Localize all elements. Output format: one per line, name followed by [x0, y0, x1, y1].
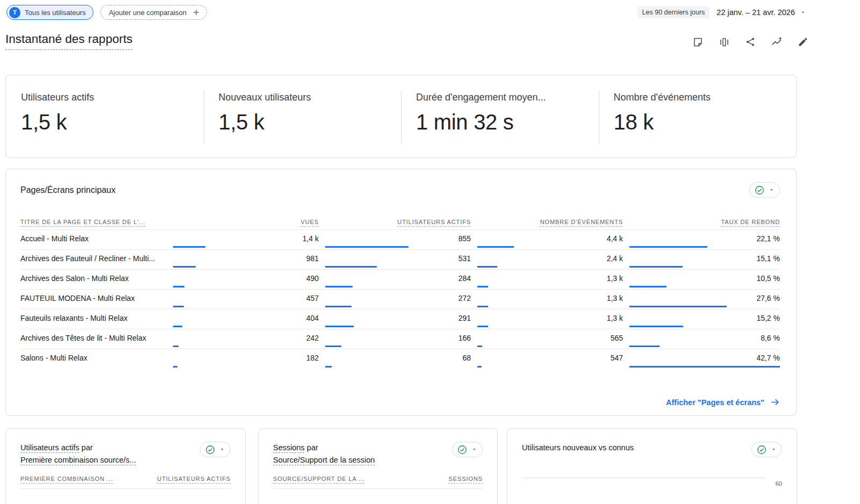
scorecard-label: Nombre d'événements [614, 92, 791, 103]
cell-value: 4,4 k [607, 234, 623, 243]
cell-bar [173, 306, 184, 307]
vues-cell: 1,4 k [167, 230, 319, 249]
tr-cell: 15,1 % [623, 250, 780, 269]
cell-value: 565 [611, 334, 623, 342]
page-notes-icon[interactable] [691, 35, 704, 48]
mini-table-header: SOURCE/SUPPORT DE LA ... SESSIONS [273, 476, 483, 489]
cell-bar [629, 266, 683, 268]
ev-cell: 1,3 k [471, 309, 623, 329]
cell-bar [477, 266, 497, 268]
cell-bar [477, 366, 482, 368]
data-quality-menu[interactable] [749, 182, 780, 198]
mini-table-header: PREMIÈRE COMBINAISON ... UTILISATEURS AC… [20, 476, 231, 489]
active-users-by-source-card: Utilisateurs actifs par Première combina… [5, 428, 246, 504]
card-title-block: Utilisateurs actifs par Première combina… [20, 442, 136, 466]
cell-value: 1,3 k [607, 314, 623, 322]
cell-value: 531 [458, 254, 471, 263]
card-header: Utilisateurs nouveaux vs connus [522, 442, 782, 457]
topbar: T Tous les utilisateurs Ajouter une comp… [0, 0, 860, 21]
check-circle-icon [756, 444, 767, 455]
cell-value: 166 [458, 334, 471, 342]
comparisons-icon[interactable] [718, 35, 730, 48]
ua-cell: 531 [319, 250, 471, 269]
cell-bar [173, 345, 178, 347]
cell-value: 27,6 % [756, 294, 780, 303]
scorecard-avg-engagement-time: Durée d'engagement moyen... 1 min 32 s [401, 75, 599, 157]
view-pages-screens-label: Afficher "Pages et écrans" [666, 398, 764, 407]
cell-bar [325, 345, 341, 347]
cell-bar [325, 326, 354, 327]
column-header-first-user-source[interactable]: PREMIÈRE COMBINAISON ... [20, 476, 113, 482]
segment-avatar: T [9, 7, 20, 18]
cell-value: 22,1 % [756, 234, 780, 243]
ev-cell: 2,4 k [471, 250, 623, 269]
cell-bar [173, 246, 205, 248]
y-axis-label: 60 [776, 480, 782, 487]
data-quality-menu[interactable] [452, 442, 483, 457]
card-title-line1: Utilisateurs actifs par [20, 442, 136, 454]
card-header: Utilisateurs actifs par Première combina… [20, 442, 231, 466]
scorecard-active-users: Utilisateurs actifs 1,5 k [6, 75, 204, 157]
cell-bar [477, 345, 482, 347]
cell-value: 2,4 k [607, 254, 623, 263]
cell-value: 1,4 k [303, 234, 319, 243]
tr-cell: 8,6 % [623, 329, 780, 349]
vues-cell: 404 [167, 309, 319, 329]
cell-value: 272 [458, 294, 471, 303]
chevron-down-icon [769, 187, 775, 193]
card-title: Utilisateurs nouveaux vs connus [522, 442, 634, 454]
edit-report-icon[interactable] [797, 35, 809, 48]
column-header-active-users[interactable]: UTILISATEURS ACTIFS [319, 219, 471, 225]
table-row: Archives des Têtes de lit - Multi Relax2… [20, 329, 780, 349]
report-toolbar [691, 35, 809, 48]
column-header-event-count[interactable]: NOMBRE D'ÉVÉNEMENTS [471, 219, 623, 225]
cell-value: 547 [611, 354, 623, 362]
view-pages-screens-link[interactable]: Afficher "Pages et écrans" [666, 397, 780, 407]
arrow-right-icon [770, 397, 780, 407]
insights-icon[interactable] [770, 35, 783, 48]
ua-cell: 284 [319, 270, 471, 289]
pages-card-title: Pages/Écrans principaux [20, 185, 116, 195]
bottom-cards-row: Utilisateurs actifs par Première combina… [5, 428, 860, 504]
pages-table-header: TITRE DE LA PAGE ET CLASSE DE L'... VUES… [20, 214, 780, 230]
check-circle-icon [205, 444, 216, 455]
data-quality-menu[interactable] [200, 442, 231, 457]
column-header-bounce-rate[interactable]: TAUX DE REBOND [623, 219, 780, 225]
column-header-views[interactable]: VUES [167, 219, 319, 225]
share-icon[interactable] [744, 35, 757, 48]
cell-value: 855 [458, 234, 471, 243]
cell-value: 182 [306, 354, 319, 362]
column-header-sessions[interactable]: SESSIONS [449, 476, 483, 482]
card-title-line2: Première combinaison source/s... [20, 454, 136, 466]
cell-value: 68 [462, 354, 471, 362]
cell-bar [325, 286, 353, 287]
cell-bar [173, 266, 196, 268]
cell-value: 242 [306, 334, 319, 342]
scorecard-value: 1,5 k [219, 110, 396, 134]
pages-table: TITRE DE LA PAGE ET CLASSE DE L'... VUES… [20, 214, 780, 369]
cell-bar [477, 246, 514, 248]
date-range-text: 22 janv. – 21 avr. 2026 [716, 8, 795, 17]
ev-cell: 565 [471, 329, 623, 349]
audience-segment-pill[interactable]: T Tous les utilisateurs [6, 5, 94, 20]
scorecard-value: 1 min 32 s [416, 110, 593, 134]
column-header-page-title[interactable]: TITRE DE LA PAGE ET CLASSE DE L'... [20, 219, 167, 225]
date-range-selector[interactable]: 22 janv. – 21 avr. 2026 [716, 8, 806, 17]
page-title-cell: Salons - Multi Relax [20, 349, 167, 369]
column-header-active-users[interactable]: UTILISATEURS ACTIFS [157, 476, 231, 482]
cell-bar [629, 326, 683, 327]
cell-bar [325, 246, 408, 248]
table-row: Salons - Multi Relax1826854742,7 % [20, 349, 780, 369]
date-range-area: Les 90 derniers jours 22 janv. – 21 avr.… [637, 6, 806, 18]
data-quality-menu[interactable] [751, 442, 782, 457]
page-title-cell: FAUTEUIL MODENA - Multi Relax [20, 290, 167, 309]
ua-cell: 291 [319, 309, 471, 329]
add-comparison-button[interactable]: Ajouter une comparaison [101, 5, 207, 20]
add-comparison-label: Ajouter une comparaison [109, 9, 187, 17]
cell-bar [477, 306, 488, 307]
sessions-by-source-card: Sessions par Source/Support de la sessio… [258, 428, 498, 504]
page-title-cell: Archives des Fauteuil / Recliner - Multi… [20, 250, 167, 269]
cell-bar [629, 366, 780, 368]
page-title-cell: Accueil - Multi Relax [20, 230, 167, 249]
column-header-session-source[interactable]: SOURCE/SUPPORT DE LA ... [273, 476, 365, 482]
